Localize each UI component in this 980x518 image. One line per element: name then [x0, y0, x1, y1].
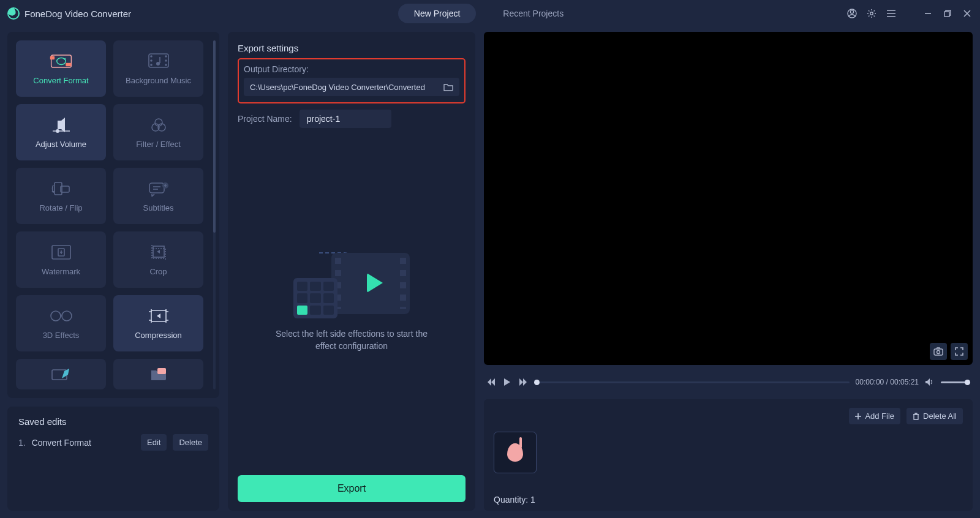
- effects-scrollbar[interactable]: [213, 40, 216, 389]
- svg-point-32: [937, 351, 940, 354]
- effect-crop[interactable]: Crop: [113, 231, 203, 288]
- app-title: FoneDog Video Converter: [24, 9, 131, 19]
- app-logo-icon: [7, 7, 20, 20]
- volume-slider[interactable]: [941, 381, 970, 383]
- svg-point-14: [156, 62, 160, 66]
- svg-point-26: [51, 311, 61, 321]
- delete-all-button[interactable]: Delete All: [907, 408, 963, 424]
- quantity-display: Quantity: 1: [494, 495, 963, 505]
- project-name-row: Project Name: project-1: [238, 110, 466, 128]
- effect-label: Adjust Volume: [36, 140, 86, 149]
- svg-point-11: [165, 56, 167, 57]
- filter-icon: [146, 116, 171, 133]
- fullscreen-button[interactable]: [951, 343, 968, 360]
- title-bar: FoneDog Video Converter New Project Rece…: [0, 0, 980, 27]
- export-settings-title: Export settings: [238, 43, 466, 53]
- effect-label: Compression: [135, 331, 182, 340]
- svg-point-12: [165, 60, 167, 61]
- add-file-button[interactable]: Add File: [849, 408, 900, 424]
- saved-edit-index: 1.: [18, 438, 26, 448]
- saved-edit-row: 1. Convert Format Edit Delete: [18, 434, 208, 451]
- saved-edit-edit-button[interactable]: Edit: [141, 434, 167, 451]
- svg-point-2: [870, 12, 873, 15]
- compress-icon: [146, 307, 171, 325]
- play-button[interactable]: [502, 377, 512, 387]
- subtitles-icon: [146, 180, 171, 197]
- account-icon[interactable]: [846, 8, 858, 19]
- timeline-slider[interactable]: [534, 381, 850, 383]
- rotate-icon: [49, 180, 74, 197]
- watermark-icon: [49, 244, 74, 261]
- empty-state-hint: Select the left side effections to start…: [266, 328, 437, 352]
- skip-forward-button[interactable]: [518, 377, 528, 387]
- effect-compression[interactable]: Compression: [113, 295, 203, 351]
- effect-label: Subtitles: [143, 203, 174, 212]
- effect-watermark[interactable]: Watermark: [16, 231, 106, 288]
- header-tabs: New Project Recent Projects: [398, 4, 579, 23]
- tab-new-project[interactable]: New Project: [398, 4, 476, 23]
- svg-point-8: [151, 56, 152, 57]
- effect-filter-effect[interactable]: Filter / Effect: [113, 104, 203, 160]
- svg-rect-21: [149, 183, 164, 193]
- effect-more-2[interactable]: [113, 359, 203, 389]
- menu-icon[interactable]: [886, 8, 897, 19]
- window-controls: [846, 8, 973, 19]
- svg-rect-3: [944, 12, 949, 17]
- output-directory-value: C:\Users\pc\FoneDog Video Converter\Conv…: [250, 83, 425, 92]
- project-name-value: project-1: [307, 114, 340, 124]
- folder-icon: [146, 366, 171, 383]
- svg-point-15: [56, 129, 59, 133]
- project-name-label: Project Name:: [238, 114, 292, 124]
- saved-edit-name: Convert Format: [32, 438, 135, 448]
- effect-background-music[interactable]: Background Music: [113, 40, 203, 97]
- 3d-icon: [49, 307, 74, 325]
- browse-folder-icon[interactable]: [443, 83, 453, 91]
- file-thumbnail[interactable]: [494, 432, 537, 473]
- snapshot-button[interactable]: [930, 343, 947, 360]
- effect-adjust-volume[interactable]: Adjust Volume: [16, 104, 106, 160]
- player-controls: 00:00:00 / 00:05:21: [484, 373, 973, 391]
- effect-label: Background Music: [126, 76, 191, 85]
- svg-rect-5: [50, 56, 54, 59]
- output-directory-field[interactable]: C:\Users\pc\FoneDog Video Converter\Conv…: [244, 78, 459, 96]
- convert-icon: [49, 53, 74, 70]
- saved-edit-delete-button[interactable]: Delete: [173, 434, 208, 451]
- svg-point-0: [850, 10, 853, 13]
- output-directory-label: Output Directory:: [244, 64, 459, 74]
- volume-icon[interactable]: [925, 377, 935, 387]
- effect-label: Crop: [149, 267, 167, 276]
- settings-icon[interactable]: [866, 8, 877, 19]
- effect-label: Watermark: [42, 267, 80, 276]
- empty-state: Select the left side effections to start…: [238, 128, 466, 475]
- svg-point-27: [62, 311, 72, 321]
- file-list-panel: Add File Delete All Quantity: 1: [484, 399, 973, 511]
- svg-point-10: [151, 64, 152, 66]
- svg-point-9: [151, 60, 152, 61]
- skip-back-button[interactable]: [486, 377, 496, 387]
- effect-3d-effects[interactable]: 3D Effects: [16, 295, 106, 351]
- effect-convert-format[interactable]: Convert Format: [16, 40, 106, 97]
- tab-recent-projects[interactable]: Recent Projects: [487, 4, 579, 23]
- effect-subtitles[interactable]: Subtitles: [113, 168, 203, 224]
- svg-point-13: [165, 64, 167, 66]
- edit-icon: [49, 366, 74, 383]
- effect-label: 3D Effects: [43, 331, 80, 340]
- effect-label: Rotate / Flip: [39, 203, 82, 212]
- svg-rect-6: [66, 62, 71, 66]
- crop-icon: [146, 244, 171, 261]
- effect-rotate-flip[interactable]: Rotate / Flip: [16, 168, 106, 224]
- project-name-field[interactable]: project-1: [300, 110, 391, 128]
- video-preview: [484, 32, 973, 365]
- minimize-button[interactable]: [922, 8, 933, 19]
- saved-edits-panel: Saved edits 1. Convert Format Edit Delet…: [7, 407, 219, 511]
- volume-icon: [49, 116, 74, 133]
- svg-rect-30: [157, 368, 166, 374]
- saved-edits-title: Saved edits: [18, 416, 208, 427]
- export-button[interactable]: Export: [238, 475, 466, 502]
- effect-more-1[interactable]: [16, 359, 106, 389]
- export-settings-panel: Export settings Output Directory: C:\Use…: [228, 32, 475, 511]
- close-button[interactable]: [962, 8, 973, 19]
- empty-state-illustration-icon: [293, 251, 410, 318]
- maximize-button[interactable]: [942, 8, 953, 19]
- time-display: 00:00:00 / 00:05:21: [856, 378, 919, 386]
